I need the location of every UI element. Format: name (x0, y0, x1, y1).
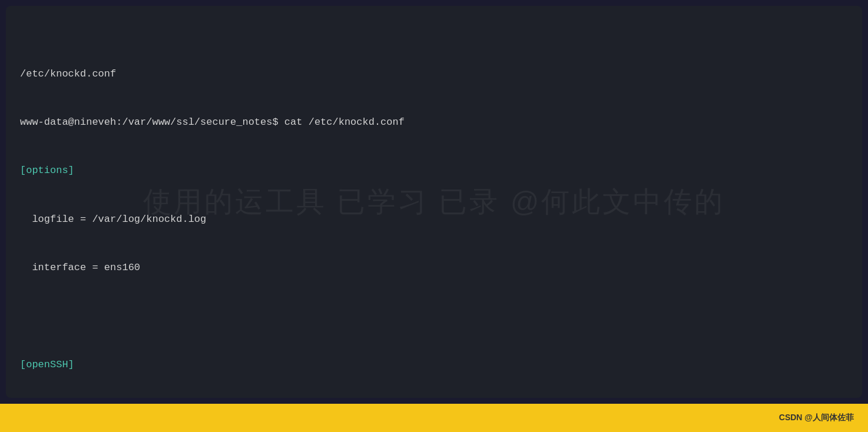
terminal-line-5: interface = ens160 (20, 260, 848, 276)
bottom-bar-text: CSDN @人间体佐菲 (779, 413, 854, 423)
terminal-line-1: /etc/knockd.conf (20, 66, 848, 82)
terminal-line-2: www-data@nineveh:/var/www/ssl/secure_not… (20, 114, 848, 131)
terminal-line-7: [openSSH] (20, 357, 848, 373)
terminal-line-3: [options] (20, 162, 848, 179)
terminal-window: 使用的运工具 已学习 已录 @何此文中传的 /etc/knockd.conf w… (6, 6, 862, 398)
terminal-content: /etc/knockd.conf www-data@nineveh:/var/w… (20, 18, 848, 398)
terminal-line-4: logfile = /var/log/knockd.log (20, 211, 848, 228)
bottom-bar: CSDN @人间体佐菲 (0, 404, 868, 432)
terminal-line-6 (20, 308, 848, 325)
